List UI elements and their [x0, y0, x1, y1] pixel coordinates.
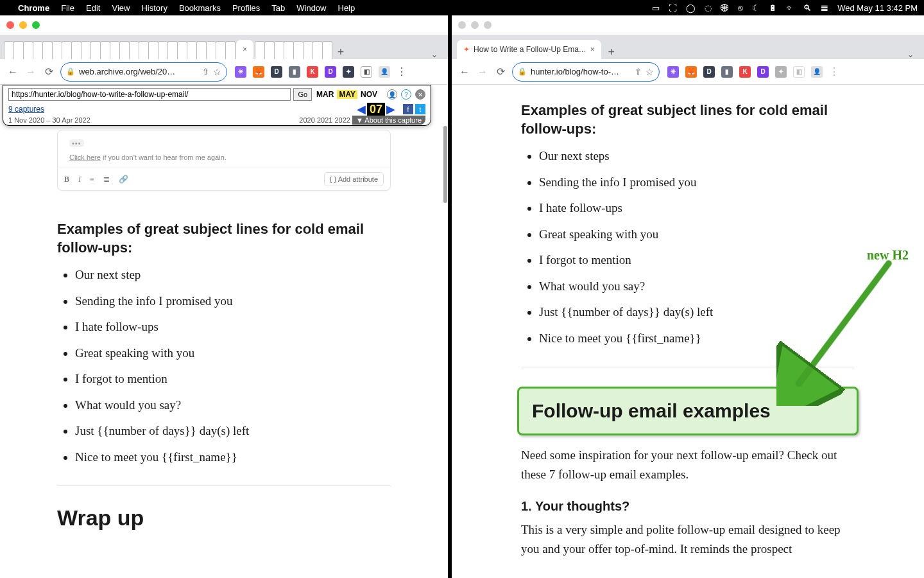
active-tab-right[interactable]: ✦ How to Write a Follow-Up Ema… ×: [457, 40, 601, 59]
prev-capture-button[interactable]: ◀: [355, 102, 367, 116]
list-item: I forgot to mention: [539, 251, 855, 270]
add-attribute-button[interactable]: { } Add attribute: [324, 172, 384, 186]
bullet-list-button[interactable]: ≡: [90, 175, 94, 184]
tab-title: How to Write a Follow-Up Ema…: [474, 45, 586, 54]
menu-profiles[interactable]: Profiles: [232, 3, 260, 13]
wayback-captures-link[interactable]: 9 captures: [8, 105, 44, 114]
sync-icon[interactable]: ◌: [705, 3, 712, 13]
kebab-menu[interactable]: ⋮: [829, 66, 839, 78]
dnd-icon[interactable]: ☾: [752, 3, 760, 13]
globe-icon[interactable]: 🌐︎: [721, 3, 729, 13]
tab-search-button[interactable]: ⌄: [425, 50, 444, 59]
back-button[interactable]: ←: [458, 66, 471, 78]
link-button[interactable]: 🔗: [119, 175, 128, 184]
extension-icon[interactable]: K: [739, 66, 751, 78]
scrollbar-thumb[interactable]: [443, 126, 447, 203]
minimize-window-button[interactable]: [471, 21, 479, 29]
leaf-icon[interactable]: ⎋: [738, 3, 743, 13]
extension-icon[interactable]: D: [325, 66, 336, 78]
extension-icon[interactable]: ✳: [235, 66, 246, 78]
italic-button[interactable]: I: [78, 175, 81, 184]
wayback-help-icon[interactable]: ?: [401, 89, 411, 100]
wayback-close-icon[interactable]: ✕: [415, 89, 425, 100]
wayback-go-button[interactable]: Go: [293, 88, 312, 101]
close-window-button[interactable]: [458, 21, 466, 29]
close-tab-button[interactable]: ×: [590, 45, 595, 54]
list-item: Great speaking with you: [539, 225, 855, 244]
address-bar-right[interactable]: 🔒 hunter.io/blog/how-to-… ⇧ ☆: [512, 62, 660, 82]
control-center-icon[interactable]: 𝌆: [821, 3, 828, 13]
sidepanel-icon[interactable]: ◧: [793, 66, 805, 78]
menu-bookmarks[interactable]: Bookmarks: [179, 3, 221, 13]
background-tabs-left-after[interactable]: [255, 41, 332, 59]
ellipsis-icon[interactable]: •••: [69, 139, 84, 147]
zoom-window-button[interactable]: [32, 21, 40, 29]
app-menu[interactable]: Chrome: [18, 3, 49, 13]
close-window-button[interactable]: [6, 21, 14, 29]
menubar-clock[interactable]: Wed May 11 3:42 PM: [837, 3, 918, 13]
spotlight-icon[interactable]: 🔍︎: [803, 3, 812, 13]
bookmark-star-icon[interactable]: ☆: [213, 67, 221, 77]
year-next[interactable]: 2022: [334, 116, 350, 124]
facebook-icon[interactable]: f: [403, 104, 413, 114]
extension-icon[interactable]: ▮: [721, 66, 733, 78]
extensions-menu-icon[interactable]: ✦: [343, 66, 354, 78]
month-next[interactable]: NOV: [359, 90, 379, 99]
share-icon[interactable]: ⇧: [635, 67, 642, 76]
menu-edit[interactable]: Edit: [86, 3, 100, 13]
address-bar-left[interactable]: 🔒 web.archive.org/web/20… ⇧ ☆: [60, 62, 227, 82]
next-capture-button[interactable]: ▶: [385, 102, 397, 116]
sidepanel-icon[interactable]: ◧: [361, 66, 372, 78]
year-prev[interactable]: 2020: [299, 116, 314, 124]
forward-button[interactable]: →: [476, 66, 489, 78]
screenshot-icon[interactable]: ⛶: [669, 3, 677, 13]
zoom-window-button[interactable]: [484, 21, 492, 29]
close-tab-button[interactable]: ×: [243, 45, 247, 54]
extension-icon[interactable]: D: [757, 66, 769, 78]
menu-history[interactable]: History: [141, 3, 167, 13]
battery-icon[interactable]: 🔋︎: [769, 3, 777, 13]
numbered-list-button[interactable]: ≣: [103, 175, 110, 184]
reload-button[interactable]: ⟳: [42, 66, 55, 78]
profile-avatar[interactable]: 👤: [379, 66, 390, 78]
menu-window[interactable]: Window: [296, 3, 326, 13]
back-button[interactable]: ←: [6, 66, 19, 78]
extension-icon[interactable]: ✳: [667, 66, 679, 78]
wayback-url-input[interactable]: [8, 88, 291, 101]
list-item: Great speaking with you: [75, 344, 391, 363]
new-tab-button[interactable]: +: [603, 46, 620, 59]
minimize-window-button[interactable]: [19, 21, 27, 29]
forward-button[interactable]: →: [24, 66, 37, 78]
bold-button[interactable]: B: [64, 175, 69, 184]
month-prev[interactable]: MAR: [314, 90, 336, 99]
email-editor-card: ••• Click here if you don't want to hear…: [57, 130, 391, 191]
menu-help[interactable]: Help: [338, 3, 355, 13]
shield-icon[interactable]: ◯: [686, 3, 696, 13]
extension-icon[interactable]: ▮: [289, 66, 300, 78]
share-icon[interactable]: ⇧: [202, 67, 209, 76]
extension-icon[interactable]: D: [703, 66, 715, 78]
kebab-menu[interactable]: ⋮: [397, 66, 407, 78]
new-tab-button[interactable]: +: [332, 46, 350, 59]
wayback-account-icon[interactable]: 👤: [387, 89, 397, 100]
background-tabs-left[interactable]: [4, 41, 235, 59]
wifi-icon[interactable]: ᯤ: [786, 3, 794, 13]
about-capture-button[interactable]: ▼ About this capture: [352, 116, 425, 125]
active-tab-left[interactable]: ×: [236, 40, 253, 59]
extension-icon[interactable]: K: [307, 66, 318, 78]
menu-tab[interactable]: Tab: [271, 3, 285, 13]
menu-view[interactable]: View: [112, 3, 130, 13]
extension-icon[interactable]: 🦊: [253, 66, 264, 78]
wayback-date-range: 1 Nov 2020 – 30 Apr 2022: [8, 116, 90, 124]
extension-icon[interactable]: 🦊: [685, 66, 697, 78]
list-item: Just {{number of days}} day(s) left: [539, 303, 855, 322]
extension-icon[interactable]: D: [271, 66, 282, 78]
bookmark-star-icon[interactable]: ☆: [646, 67, 654, 77]
tab-search-button[interactable]: ⌄: [901, 50, 920, 59]
extensions-menu-icon[interactable]: ✦: [775, 66, 787, 78]
reload-button[interactable]: ⟳: [494, 66, 507, 78]
profile-avatar[interactable]: 👤: [811, 66, 823, 78]
twitter-icon[interactable]: t: [415, 104, 425, 114]
menu-file[interactable]: File: [61, 3, 74, 13]
zoom-icon[interactable]: ▭: [652, 3, 660, 13]
